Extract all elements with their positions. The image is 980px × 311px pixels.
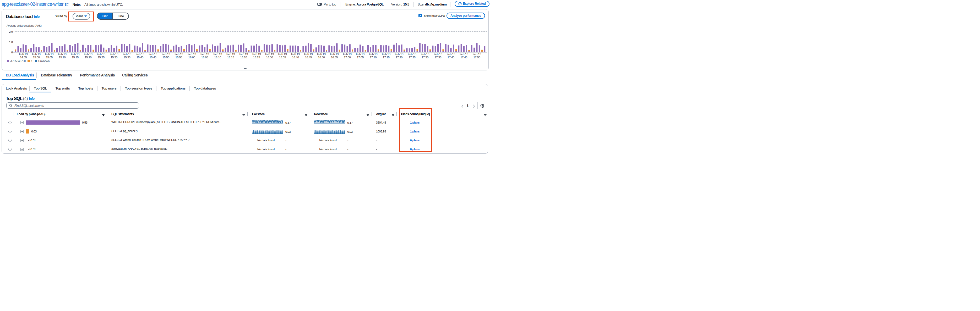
svg-text:Feb 13: Feb 13 [343,52,352,56]
svg-text:15:45: 15:45 [150,56,156,59]
svg-text:Feb 13: Feb 13 [278,52,287,56]
svg-text:Feb 13: Feb 13 [175,52,183,56]
svg-text:Feb 13: Feb 13 [162,52,170,56]
svg-text:Feb 13: Feb 13 [304,52,313,56]
svg-text:Feb 13: Feb 13 [382,52,390,56]
svg-text:16:55: 16:55 [331,56,338,59]
svg-text:17:50: 17:50 [474,56,480,59]
svg-text:15:35: 15:35 [124,56,130,59]
svg-text:Feb 13: Feb 13 [58,52,67,56]
svg-text:Feb 13: Feb 13 [136,52,145,56]
svg-text:Feb 13: Feb 13 [291,52,300,56]
svg-text:Feb 13: Feb 13 [317,52,326,56]
svg-text:Feb 13: Feb 13 [71,52,80,56]
svg-text:17:45: 17:45 [460,56,467,59]
svg-text:17:30: 17:30 [422,56,428,59]
svg-text:1.0: 1.0 [9,41,13,44]
svg-text:15:20: 15:20 [84,56,91,59]
svg-text:15:40: 15:40 [137,56,143,59]
svg-text:Feb 13: Feb 13 [395,52,404,56]
svg-text:16:40: 16:40 [292,56,299,59]
svg-text:16:25: 16:25 [253,56,260,59]
svg-text:Feb 13: Feb 13 [110,52,118,56]
svg-text:Feb 13: Feb 13 [226,52,235,56]
svg-text:16:00: 16:00 [188,56,195,59]
svg-text:16:05: 16:05 [201,56,208,59]
svg-text:15:55: 15:55 [175,56,182,59]
svg-text:Feb 13: Feb 13 [330,52,339,56]
svg-text:Feb 13: Feb 13 [45,52,54,56]
svg-text:16:30: 16:30 [266,56,273,59]
svg-text:Feb 13: Feb 13 [369,52,378,56]
svg-text:Feb 13: Feb 13 [149,52,157,56]
svg-text:15:15: 15:15 [72,56,79,59]
svg-text:17:20: 17:20 [396,56,402,59]
svg-text:15:05: 15:05 [46,56,52,59]
svg-text:15:10: 15:10 [59,56,65,59]
svg-text:Feb 13: Feb 13 [408,52,416,56]
svg-text:Feb 13: Feb 13 [265,52,274,56]
svg-text:Feb 13: Feb 13 [434,52,442,56]
svg-text:17:40: 17:40 [447,56,454,59]
svg-text:Feb 13: Feb 13 [460,52,468,56]
svg-text:Feb 13: Feb 13 [421,52,430,56]
svg-text:0: 0 [11,51,13,54]
svg-text:16:15: 16:15 [227,56,234,59]
svg-text:15:30: 15:30 [111,56,118,59]
svg-text:Feb 13: Feb 13 [97,52,105,56]
svg-text:17:15: 17:15 [383,56,390,59]
svg-text:Feb 13: Feb 13 [473,52,481,56]
svg-text:17:00: 17:00 [344,56,351,59]
svg-text:2.0: 2.0 [9,30,13,33]
svg-text:15:00: 15:00 [33,56,40,59]
svg-text:Feb 13: Feb 13 [19,52,28,56]
svg-text:17:35: 17:35 [434,56,441,59]
svg-text:Feb 13: Feb 13 [252,52,261,56]
svg-text:Feb 13: Feb 13 [200,52,209,56]
svg-text:14:55: 14:55 [20,56,27,59]
svg-text:Feb 13: Feb 13 [356,52,364,56]
svg-text:Feb 13: Feb 13 [447,52,455,56]
svg-text:Feb 13: Feb 13 [213,52,222,56]
svg-text:Feb 13: Feb 13 [123,52,131,56]
svg-text:16:35: 16:35 [279,56,286,59]
svg-text:Feb 13: Feb 13 [84,52,92,56]
svg-text:17:05: 17:05 [357,56,364,59]
svg-text:Feb 13: Feb 13 [239,52,248,56]
svg-text:17:25: 17:25 [409,56,415,59]
svg-text:Feb 13: Feb 13 [32,52,41,56]
svg-text:16:10: 16:10 [214,56,221,59]
svg-text:15:25: 15:25 [98,56,105,59]
svg-text:16:45: 16:45 [305,56,312,59]
svg-text:Feb 13: Feb 13 [188,52,196,56]
svg-text:16:50: 16:50 [318,56,325,59]
svg-text:17:10: 17:10 [370,56,377,59]
svg-text:15:50: 15:50 [162,56,169,59]
svg-text:16:20: 16:20 [240,56,247,59]
